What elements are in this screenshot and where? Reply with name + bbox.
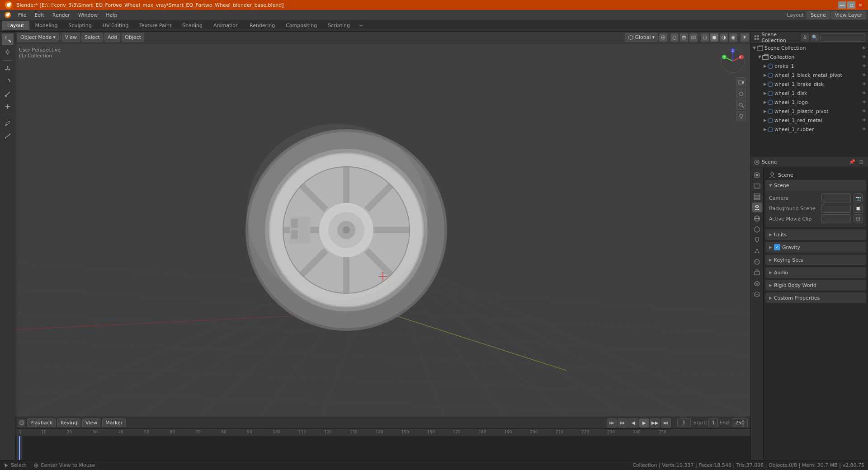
view-menu-timeline[interactable]: View [82, 418, 100, 427]
prop-section-audio-header[interactable]: ▶ Audio [765, 267, 866, 278]
prop-icon-particles[interactable] [752, 246, 762, 256]
tab-scripting[interactable]: Scripting [322, 21, 355, 30]
prop-icon-modifier[interactable] [752, 235, 762, 245]
timeline-clock-icon[interactable] [18, 419, 25, 427]
jump-to-last-button[interactable]: ⏭ [661, 418, 671, 428]
prop-icon-physics[interactable] [752, 257, 762, 267]
eye-icon-wheel_1_black_metal_pivot[interactable]: 👁 [862, 73, 866, 77]
play-button[interactable]: ▶ [639, 418, 649, 428]
prop-section-keying-sets-header[interactable]: ▶ Keying Sets [765, 254, 866, 265]
tab-uv-editing[interactable]: UV Editing [97, 21, 134, 30]
properties-expand-button[interactable]: ⊞ [857, 158, 865, 166]
object-menu[interactable]: Object [122, 33, 144, 42]
timeline-track[interactable] [15, 436, 750, 461]
tab-rendering[interactable]: Rendering [244, 21, 280, 30]
jump-to-first-button[interactable]: ⏮ [607, 418, 617, 428]
prop-icon-view-layer[interactable] [752, 192, 762, 202]
prop-icon-data[interactable] [752, 278, 762, 288]
outliner-search-input[interactable] [820, 33, 865, 42]
scale-tool[interactable] [2, 88, 14, 100]
eye-icon-coll[interactable]: 👁 [862, 55, 866, 59]
toggle-overlays-button[interactable] [680, 33, 688, 42]
menu-render[interactable]: Render [49, 11, 74, 19]
solid-shading-button[interactable]: ● [710, 33, 718, 42]
menu-window[interactable]: Window [75, 11, 101, 19]
playback-menu[interactable]: Playback [27, 418, 56, 427]
select-menu[interactable]: Select [81, 33, 103, 42]
outliner-item-collection[interactable]: ▼ Collection 👁 [751, 52, 868, 61]
maximize-button[interactable]: □ [847, 1, 855, 9]
play-reverse-button[interactable]: ◀ [628, 418, 638, 428]
movie-clip-input[interactable] [821, 214, 851, 223]
menu-file[interactable]: File [14, 11, 30, 19]
view-menu[interactable]: View [62, 33, 80, 42]
tab-layout[interactable]: Layout [2, 21, 29, 30]
prop-icon-output[interactable] [752, 181, 762, 191]
proportional-edit-button[interactable]: ○ [670, 33, 679, 42]
movie-clip-picker-icon[interactable]: 🎞 [854, 214, 863, 223]
end-frame-input[interactable]: 250 [732, 418, 748, 427]
annotate-tool[interactable] [2, 118, 14, 129]
outliner-item-wheel_1_brake_disk[interactable]: ▶ wheel_1_brake_disk 👁 [751, 80, 868, 89]
start-frame-input[interactable]: 1 [708, 418, 718, 427]
eye-icon-wheel_1_disk[interactable]: 👁 [862, 91, 866, 95]
camera-input[interactable] [821, 193, 851, 202]
outliner-item-wheel_1_rubber[interactable]: ▶ wheel_1_rubber 👁 [751, 125, 868, 134]
axis-gizmo[interactable]: X Y Z [720, 48, 746, 74]
current-frame-input[interactable]: 1 [677, 418, 691, 427]
prop-icon-constraints[interactable] [752, 268, 762, 277]
outliner-item-wheel_1_red_metal[interactable]: ▶ wheel_1_red_metal 👁 [751, 116, 868, 125]
jump-to-next-keyframe-button[interactable]: ▶▶ [650, 418, 660, 428]
eye-icon-scene[interactable]: 👁 [862, 46, 866, 51]
jump-to-prev-keyframe-button[interactable]: ⏮ [618, 418, 627, 428]
snap-button[interactable] [659, 33, 667, 42]
move-tool[interactable] [2, 63, 14, 75]
close-button[interactable]: ✕ [856, 1, 864, 9]
tab-shading[interactable]: Shading [177, 21, 208, 30]
prop-icon-world[interactable] [752, 213, 762, 223]
camera-view-button[interactable] [736, 77, 746, 87]
background-scene-input[interactable] [821, 204, 851, 213]
prop-section-rigid-body-header[interactable]: ▶ Rigid Body World [765, 280, 866, 291]
marker-menu[interactable]: Marker [102, 418, 126, 427]
menu-edit[interactable]: Edit [31, 11, 47, 19]
3d-viewport[interactable]: User Perspective (1) Collection X Y [15, 43, 750, 417]
keying-menu[interactable]: Keying [57, 418, 80, 427]
eye-icon-wheel_1_brake_disk[interactable]: 👁 [862, 82, 866, 86]
tab-sculpting[interactable]: Sculpting [63, 21, 97, 30]
eye-icon-brake_1[interactable]: 👁 [862, 64, 866, 68]
prop-icon-scene[interactable] [752, 202, 762, 212]
outliner-item-brake_1[interactable]: ▶ brake_1 👁 [751, 61, 868, 70]
object-view-button[interactable] [736, 89, 746, 99]
timeline-track-area[interactable]: 1 10 20 30 40 50 60 70 80 90 100 110 120… [15, 429, 750, 461]
outliner-item-wheel_1_plastic_pivot[interactable]: ▶ wheel_1_plastic_pivot 👁 [751, 107, 868, 116]
prop-section-custom-properties-header[interactable]: ▶ Custom Properties [765, 292, 866, 303]
outliner-item-scene-collection[interactable]: ▼ Scene Collection 👁 [751, 43, 868, 52]
view-layer-selector[interactable]: View Layer [831, 11, 866, 19]
prop-section-gravity-header[interactable]: ▶ ✓ Gravity [765, 242, 866, 253]
object-mode-selector[interactable]: Object Mode ▾ [17, 33, 59, 42]
transform-tool[interactable] [2, 101, 14, 113]
rotate-tool[interactable] [2, 75, 14, 87]
tab-modeling[interactable]: Modeling [29, 21, 63, 30]
eye-icon-wheel_1_plastic_pivot[interactable]: 👁 [862, 109, 866, 113]
eye-icon-wheel_1_red_metal[interactable]: 👁 [862, 118, 866, 122]
camera-picker-icon[interactable]: 📷 [854, 193, 863, 202]
prop-section-scene-header[interactable]: ▼ Scene [765, 180, 866, 191]
viewport-options-button[interactable]: ▾ [741, 33, 749, 42]
tab-animation[interactable]: Animation [208, 21, 244, 30]
wireframe-shading-button[interactable]: ◻ [701, 33, 709, 42]
outliner-item-wheel_1_disk[interactable]: ▶ wheel_1_disk 👁 [751, 89, 868, 98]
outliner-item-wheel_1_black_metal_pivot[interactable]: ▶ wheel_1_black_metal_pivot 👁 [751, 70, 868, 80]
bg-scene-picker-icon[interactable]: 🔲 [854, 204, 863, 213]
tab-compositing[interactable]: Compositing [280, 21, 322, 30]
add-menu[interactable]: Add [104, 33, 120, 42]
menu-help[interactable]: Help [102, 11, 121, 19]
prop-section-units-header[interactable]: ▶ Units [765, 229, 866, 240]
zoom-question-button[interactable] [736, 111, 746, 121]
menu-blender-icon[interactable] [2, 10, 14, 20]
outliner-item-wheel_1_logo[interactable]: ▶ wheel_1_logo 👁 [751, 98, 868, 107]
outliner-search-button[interactable]: 🔍 [811, 33, 819, 42]
scene-selector[interactable]: Scene [807, 11, 830, 19]
cursor-tool[interactable] [2, 46, 14, 58]
